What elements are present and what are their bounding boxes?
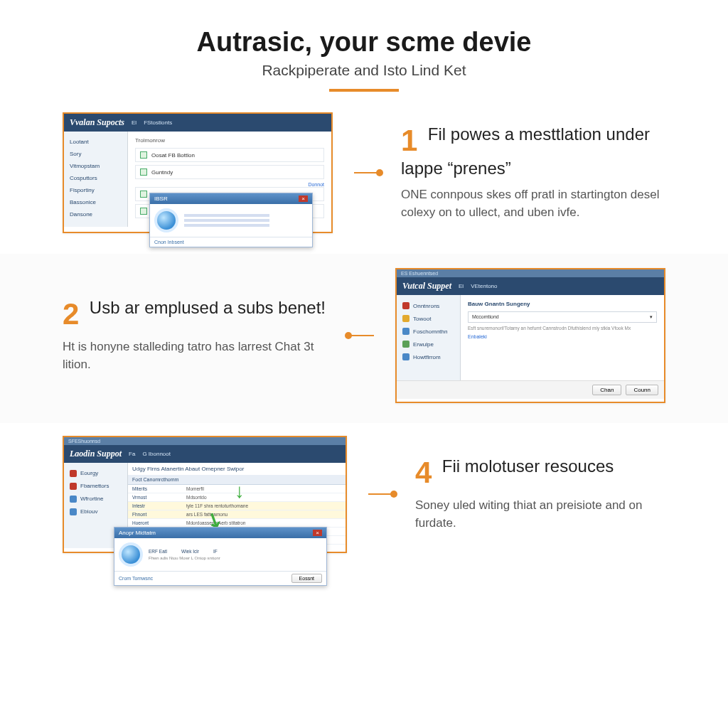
step-copy: 1 Fil powes a mesttlation under lappe “p… (401, 124, 665, 221)
step-number: 4 (415, 456, 432, 490)
confirm-button[interactable]: Counn (626, 385, 658, 395)
step-title: Fil powes a mesttlation under lappe “pre… (401, 124, 650, 178)
page-title: Autrasic, your scme devie (0, 27, 728, 58)
sidebar-item[interactable]: Vitmopstam (64, 160, 127, 172)
sidebar-item[interactable]: Towoot (397, 312, 460, 325)
main-panel: Bauw Gnantn Sungeny Mccomtiond ▾ Esft sn… (461, 295, 664, 380)
sidebar-item[interactable]: Fbamettors (64, 480, 127, 493)
table-row[interactable]: VrmostMdsontdo (128, 493, 346, 502)
popup-text (184, 212, 269, 229)
sidebar-item[interactable]: Cosputtors (64, 172, 127, 184)
window-title: Vutcal Suppet (402, 281, 451, 291)
globe-icon (119, 542, 143, 567)
window-titlebar: Vvalan Supocts El FStostionts (64, 114, 331, 132)
step-body: ONE connpous skes off pratl in startingt… (401, 186, 665, 221)
checkbox-icon[interactable] (140, 191, 147, 198)
popup-titlebar: Anopr Midtatm × (114, 528, 326, 538)
square-icon (70, 496, 77, 503)
step-4: SFEShuonnsd Laodin Suppot Fa G Ibonnoot … (0, 423, 728, 565)
popup-title: IBSR (154, 196, 168, 202)
button-bar: Chan Counn (397, 380, 664, 399)
app-window-3: SFEShuonnsd Laodin Suppot Fa G Ibonnoot … (63, 436, 347, 553)
sidebar-item[interactable]: Wfrortine (64, 493, 127, 505)
tab[interactable]: VEtentono (471, 283, 497, 289)
breadcrumb: ES Eshuenntsed (397, 269, 664, 277)
popup-dialog: Anopr Midtatm × ERF EatlWiek IclrIF Fhwn… (114, 527, 327, 586)
app-window-2: ES Eshuenntsed Vutcal Suppet El VEtenton… (395, 268, 665, 403)
sidebar-item[interactable]: Bassonice (64, 196, 127, 208)
sidebar-item[interactable]: Onntnrons (397, 299, 460, 312)
option-row[interactable]: Guntndy (135, 165, 324, 179)
link[interactable]: Enbaleki (468, 334, 657, 339)
connector (354, 172, 380, 173)
screenshot-3: SFEShuonnsd Laodin Suppot Fa G Ibonnoot … (63, 436, 347, 553)
connector (368, 493, 394, 495)
step-title: Usb ar emplused a subs benet! (90, 298, 326, 317)
page-subtitle: Rackpiperate and Isto Lind Ket (0, 62, 728, 79)
square-icon (70, 508, 77, 515)
sidebar-item[interactable]: Dansone (64, 208, 127, 220)
globe-icon (154, 208, 178, 232)
table-row[interactable]: Intestrtyle 11F shra rentoturthomane (128, 502, 346, 510)
screenshot-2: ES Eshuenntsed Vutcal Suppet El VEtenton… (395, 268, 665, 403)
square-icon (402, 341, 410, 348)
step-number: 2 (63, 297, 79, 331)
divider (329, 89, 399, 92)
popup-footer: Cnon Inbsent (150, 237, 312, 247)
window-titlebar: Laodin Suppot Fa G Ibonnoot (64, 445, 346, 463)
sidebar-item[interactable]: Howtfirrom (397, 350, 460, 363)
square-icon (402, 302, 410, 309)
panel-title: Bauw Gnantn Sungeny (468, 301, 657, 307)
tab[interactable]: Fa (129, 451, 135, 457)
square-icon (70, 483, 77, 490)
popup-columns: ERF EatlWiek IclrIF (149, 549, 322, 554)
popup-title: Anopr Midtatm (119, 530, 156, 536)
sidebar: Lootant Sory Vitmopstam Cosputtors Fispo… (64, 132, 128, 227)
square-icon (402, 353, 410, 360)
panel-title: Udgy Firns Atanertin Abaut Omepner Swipo… (128, 463, 346, 475)
sidebar-item[interactable]: Foschomnthn (397, 325, 460, 338)
section-label: Trolmonrow (135, 137, 324, 144)
link[interactable]: Donnot (135, 182, 324, 187)
breadcrumb: SFEShuonnsd (64, 437, 346, 445)
square-icon (70, 470, 77, 477)
sidebar-item[interactable]: Sory (64, 148, 127, 160)
page-header: Autrasic, your scme devie Rackpiperate a… (0, 0, 728, 97)
popup-button[interactable]: Eossnt (291, 574, 322, 583)
sidebar-item[interactable]: Fisportiny (64, 184, 127, 196)
sidebar-item[interactable]: Lootant (64, 136, 127, 148)
dropdown-value: Mccomtiond (472, 314, 499, 320)
checkbox-icon[interactable] (140, 208, 147, 215)
tab[interactable]: FStostionts (144, 119, 172, 126)
step-copy: 4 Fii molotuser resouces Soney uled witi… (415, 456, 665, 532)
window-title: Laodin Suppot (70, 449, 122, 459)
option-row[interactable]: Oosat FB Bottlon (135, 148, 324, 162)
step-title: Fii molotuser resouces (442, 456, 614, 476)
sidebar-item[interactable]: Eourgy (64, 467, 127, 480)
table-header: Foct Canomrcthomm (128, 475, 346, 485)
popup-titlebar: IBSR × (150, 193, 312, 204)
sidebar-item[interactable]: Erwulpe (397, 338, 460, 350)
step-2: 2 Usb ar emplused a subs benet! Ht is ho… (0, 254, 728, 423)
cancel-button[interactable]: Chan (592, 385, 621, 395)
tab[interactable]: El (132, 119, 136, 126)
connector (348, 335, 374, 336)
sidebar-item[interactable]: Ebiouv (64, 505, 127, 518)
tab[interactable]: El (459, 283, 464, 289)
checkbox-icon[interactable] (140, 168, 147, 176)
square-icon (402, 328, 410, 335)
window-tabs: El FStostionts (132, 119, 172, 126)
tab[interactable]: G Ibonnoot (142, 451, 171, 457)
chevron-down-icon: ▾ (650, 314, 653, 320)
dropdown[interactable]: Mccomtiond ▾ (468, 311, 657, 323)
table-row[interactable]: MiteritsMomerfll (128, 485, 346, 493)
step-1: Vvalan Supocts El FStostionts Lootant So… (0, 97, 728, 254)
checkbox-icon[interactable] (140, 151, 147, 159)
description-text: Esft snuremonoril'Totamy an hefumt Canns… (468, 326, 657, 331)
close-icon[interactable]: × (313, 530, 322, 536)
step-body: Soney uled witing thiat an preisiote and… (415, 497, 665, 532)
window-tabs: Fa G Ibonnoot (129, 451, 171, 457)
step-copy: 2 Usb ar emplused a subs benet! Ht is ho… (63, 297, 327, 373)
table-row[interactable]: Fhnontars LES fattrramonu (128, 510, 346, 519)
close-icon[interactable]: × (299, 196, 308, 202)
